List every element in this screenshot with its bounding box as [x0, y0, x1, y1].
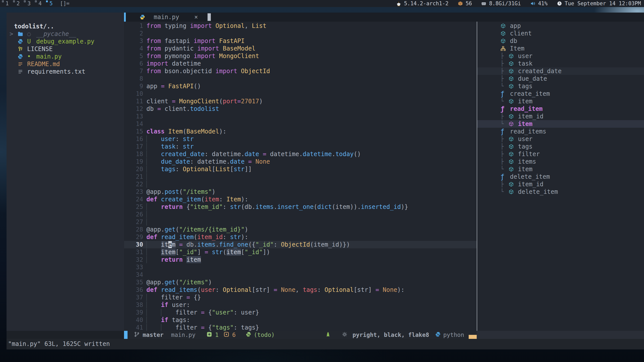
code-line-28[interactable]: 28@app.get("/items/{item_id}"): [124, 226, 477, 233]
code-line-21[interactable]: 21▏: [124, 173, 477, 180]
workspace-button-2[interactable]: 2: [12, 0, 23, 7]
code-line-22[interactable]: 22▏: [124, 180, 477, 188]
tab-close-icon[interactable]: ×: [194, 14, 198, 21]
tree-item-requirements.txt[interactable]: requirements.txt: [7, 68, 124, 75]
line-number: 18: [124, 150, 143, 158]
code-line-8[interactable]: 8: [124, 75, 477, 82]
code-line-10[interactable]: 10: [124, 90, 477, 98]
code-line-14[interactable]: 14: [124, 120, 477, 128]
code-line-24[interactable]: 24def create_item(item: Item):: [124, 196, 477, 203]
outline-symbol-client[interactable]: client: [477, 30, 644, 37]
code-line-29[interactable]: 29def read_item(item_id: str):: [124, 233, 477, 241]
outline-symbol-item[interactable]: └item: [477, 98, 644, 105]
outline-symbol-user[interactable]: ├user: [477, 135, 644, 143]
code-line-37[interactable]: 37▏ filter = {}: [124, 294, 477, 301]
code-line-13[interactable]: 13: [124, 113, 477, 120]
code-line-27[interactable]: 27▏: [124, 218, 477, 226]
outline-symbol-read_item[interactable]: ƒread_item: [477, 105, 644, 113]
workspace-dot: [24, 1, 26, 2]
outline-symbol-items[interactable]: ├items: [477, 158, 644, 165]
line-number: 24: [124, 196, 143, 203]
code-line-1[interactable]: 1from typing import Optional, List: [124, 22, 477, 30]
tree-item-main.py[interactable]: •main.py: [7, 53, 124, 60]
code-line-content: ▏ if tags:: [143, 316, 190, 324]
code-line-4[interactable]: 4from pydantic import BaseModel: [124, 45, 477, 52]
outline-symbol-app[interactable]: app: [477, 22, 644, 30]
outline-symbol-db[interactable]: db: [477, 37, 644, 45]
outline-symbol-Item[interactable]: Item: [477, 45, 644, 52]
outline-symbol-filter[interactable]: ├filter: [477, 150, 644, 158]
outline-symbol-create_item[interactable]: ƒcreate_item: [477, 90, 644, 98]
code-line-31[interactable]: 31▏ item["_id"] = str(item["_id"]): [124, 248, 477, 256]
python-icon: [18, 54, 27, 59]
outline-symbol-item_id[interactable]: ├item_id: [477, 180, 644, 188]
line-number: 34: [124, 271, 143, 279]
code-line-5[interactable]: 5from pymongo import MongoClient: [124, 52, 477, 60]
function-icon: ƒ: [500, 91, 510, 97]
outline-symbol-item[interactable]: └item: [477, 165, 644, 173]
code-line-32[interactable]: 32▏ return item: [124, 256, 477, 263]
code-line-18[interactable]: 18▏ created_date: datetime.date = dateti…: [124, 150, 477, 158]
code-editor-pane[interactable]: 1from typing import Optional, List23from…: [124, 22, 477, 331]
tree-item-debug_example.py[interactable]: Udebug_example.py: [7, 38, 124, 45]
outline-symbol-label: client: [510, 30, 532, 37]
code-line-3[interactable]: 3from fastapi import FastAPI: [124, 37, 477, 45]
outline-symbol-tags[interactable]: └tags: [477, 82, 644, 90]
code-line-23[interactable]: 23@app.post("/items"): [124, 188, 477, 196]
code-line-2[interactable]: 2: [124, 30, 477, 37]
code-line-15[interactable]: 15class Item(BaseModel):: [124, 128, 477, 135]
code-line-11[interactable]: 11client = MongoClient(port=27017): [124, 98, 477, 105]
mode-indicator-block: [124, 331, 128, 339]
code-line-40[interactable]: 40▏ if tags:: [124, 316, 477, 324]
code-line-7[interactable]: 7from bson.objectid import ObjectId: [124, 67, 477, 75]
outline-symbol-delete_item[interactable]: └delete_item: [477, 188, 644, 196]
file-explorer-pane[interactable]: todolist/.. >◌__pycache__Udebug_example.…: [7, 13, 124, 331]
tree-rows: >◌__pycache__Udebug_example.pyLICENSE•ma…: [7, 30, 124, 75]
code-line-26[interactable]: 26▏: [124, 211, 477, 218]
outline-symbol-item_id[interactable]: ├item_id: [477, 113, 644, 120]
outline-symbol-delete_item[interactable]: ƒdelete_item: [477, 173, 644, 180]
code-line-content: @app.get("/items/{item_id}"): [143, 226, 248, 233]
tree-item-__pycache__[interactable]: >◌__pycache__: [7, 30, 124, 38]
code-line-20[interactable]: 20▏ tags: Optional[List[str]]: [124, 165, 477, 173]
code-line-12[interactable]: 12db = client.todolist: [124, 105, 477, 113]
code-line-9[interactable]: 9app = FastAPI(): [124, 82, 477, 90]
tree-item-LICENSE[interactable]: LICENSE: [7, 45, 124, 53]
workspace-button-4[interactable]: 4: [34, 0, 45, 7]
outline-symbol-label: items: [518, 158, 536, 165]
variable-icon: [508, 144, 518, 149]
code-line-34[interactable]: 34: [124, 271, 477, 279]
code-line-30[interactable]: 30▏ item = db.items.find_one({"_id": Obj…: [124, 241, 477, 248]
code-line-35[interactable]: 35@app.get("/items"): [124, 279, 477, 286]
outline-symbol-label: created_date: [518, 67, 561, 75]
line-number: 14: [124, 120, 143, 128]
code-line-19[interactable]: 19▏ due_date: datetime.date = None: [124, 158, 477, 165]
outline-symbol-task[interactable]: ├task: [477, 60, 644, 67]
outline-symbol-read_items[interactable]: ƒread_items: [477, 128, 644, 135]
code-line-content: [143, 113, 146, 120]
outline-symbol-user[interactable]: ├user: [477, 52, 644, 60]
outline-symbol-tags[interactable]: ├tags: [477, 143, 644, 150]
code-line-39[interactable]: 39▏ ▏ filter = {"user": user}: [124, 309, 477, 316]
outline-symbol-created_date[interactable]: ├created_date: [477, 67, 644, 75]
tree-item-README.md[interactable]: README.md: [7, 60, 124, 68]
code-line-content: from typing import Optional, List: [143, 22, 266, 30]
tree-expand-arrow[interactable]: >: [10, 30, 18, 38]
workspace-button-5[interactable]: 5: [45, 0, 56, 7]
workspace-button-1[interactable]: 1: [1, 0, 12, 7]
code-line-38[interactable]: 38▏ if user:: [124, 301, 477, 309]
code-line-41[interactable]: 41▏ ▏ filter = {"tags": tags}: [124, 324, 477, 331]
outline-symbol-label: user: [518, 52, 533, 60]
code-line-36[interactable]: 36def read_items(user: Optional[str] = N…: [124, 286, 477, 294]
symbols-outline-pane[interactable]: appclientdbItem├user├task├created_date├d…: [477, 22, 644, 331]
outline-symbol-item[interactable]: └item: [477, 120, 644, 128]
system-stat-text: 5.14.2-arch1-2: [404, 1, 449, 7]
code-line-25[interactable]: 25▏ return {"item_id": str(db.items.inse…: [124, 203, 477, 211]
outline-symbol-due_date[interactable]: ├due_date: [477, 75, 644, 82]
code-line-6[interactable]: 6import datetime: [124, 60, 477, 67]
buffer-tab-mainpy[interactable]: main.py ×: [140, 13, 198, 22]
code-line-17[interactable]: 17▏ task: str: [124, 143, 477, 150]
workspace-button-3[interactable]: 3: [23, 0, 34, 7]
code-line-16[interactable]: 16▏ user: str: [124, 135, 477, 143]
code-line-33[interactable]: 33: [124, 263, 477, 271]
